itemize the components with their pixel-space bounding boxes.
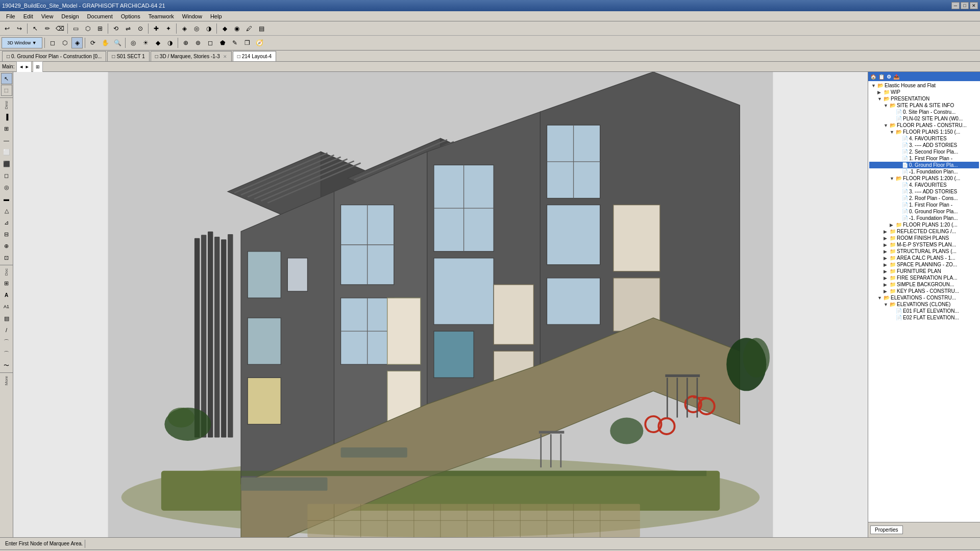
tree-toggle-28[interactable]: ▶ bbox=[884, 269, 890, 274]
tree-item-23[interactable]: ▶📁ROOM FINISH PLANS bbox=[869, 235, 979, 241]
toolbar-fill[interactable]: ◉ bbox=[231, 23, 242, 34]
menu-item-view[interactable]: View bbox=[37, 12, 58, 20]
toolbar-eraser[interactable]: ⌫ bbox=[54, 23, 65, 34]
menu-item-help[interactable]: Help bbox=[206, 12, 226, 20]
tree-item-22[interactable]: ▶📁REFLECTED CEILING /... bbox=[869, 228, 979, 235]
beam-tool[interactable]: — bbox=[1, 135, 12, 146]
text-tool[interactable]: A bbox=[1, 289, 12, 300]
toolbar-layer[interactable]: ◆ bbox=[219, 23, 230, 34]
slab-tool[interactable]: ▬ bbox=[1, 193, 12, 205]
zone-tool[interactable]: ⊡ bbox=[1, 252, 12, 263]
roof-tool[interactable]: △ bbox=[1, 205, 12, 216]
tree-item-29[interactable]: ▶📁FIRE SEPARATION PLA... bbox=[869, 274, 979, 281]
tree-item-24[interactable]: ▶📁M-E-P SYSTEMS PLAN... bbox=[869, 241, 979, 248]
sun-btn[interactable]: ☀ bbox=[140, 37, 151, 48]
toolbar-rectangle[interactable]: ▭ bbox=[70, 23, 81, 34]
tree-item-32[interactable]: ▼📂ELEVATIONS - CONSTRU... bbox=[869, 294, 979, 301]
markup-btn[interactable]: ✎ bbox=[229, 37, 240, 48]
select-tool[interactable]: ↖ bbox=[1, 73, 12, 84]
toolbar-rotate[interactable]: ⟲ bbox=[110, 23, 121, 34]
toolbar-surface[interactable]: ▤ bbox=[256, 23, 267, 34]
panel-icon-publish[interactable]: 📤 bbox=[893, 74, 899, 80]
tree-toggle-32[interactable]: ▼ bbox=[877, 295, 884, 300]
view-pan[interactable]: ✋ bbox=[100, 37, 111, 48]
tree-item-15[interactable]: 📄4. FAVOURITES bbox=[869, 182, 979, 188]
toolbar-arrow[interactable]: ↖ bbox=[30, 23, 41, 34]
wall-tool[interactable]: ▐ bbox=[1, 111, 12, 122]
tree-toggle-23[interactable]: ▶ bbox=[884, 236, 890, 241]
nav-btn[interactable]: 🧭 bbox=[254, 37, 265, 48]
section-cut-btn[interactable]: ◑ bbox=[164, 37, 176, 48]
line-tool[interactable]: / bbox=[1, 324, 12, 336]
tree-item-25[interactable]: ▶📁STRUCTURAL PLANS (... bbox=[869, 248, 979, 255]
tree-toggle-31[interactable]: ▶ bbox=[884, 289, 890, 294]
toolbar-section[interactable]: ◈ bbox=[179, 23, 190, 34]
toolbar-mirror[interactable]: ⇌ bbox=[122, 23, 134, 34]
toolbar-grid[interactable]: ⊞ bbox=[94, 23, 106, 34]
tree-toggle-26[interactable]: ▶ bbox=[884, 256, 890, 261]
toolbar-snap[interactable]: ✚ bbox=[151, 23, 162, 34]
tree-item-14[interactable]: ▼📂FLOOR PLANS 1:200 (... bbox=[869, 175, 979, 182]
navigator-tree[interactable]: ▼📂Elastic House and Flat▶📁WIP▼📂PRESENTAT… bbox=[868, 81, 980, 522]
view-zoom[interactable]: 🔍 bbox=[112, 37, 123, 48]
tree-item-2[interactable]: ▼📂PRESENTATION bbox=[869, 95, 979, 102]
toolbar-undo[interactable]: ↩ bbox=[2, 23, 13, 34]
layer-btn[interactable]: ◆ bbox=[152, 37, 163, 48]
view-orbit[interactable]: ⟳ bbox=[87, 37, 99, 48]
tree-item-35[interactable]: 📄E02 FLAT ELEVATION... bbox=[869, 314, 979, 321]
mesh-tool[interactable]: ⊕ bbox=[1, 240, 12, 252]
object-tool[interactable]: ◻ bbox=[1, 170, 12, 181]
menu-item-document[interactable]: Document bbox=[83, 12, 117, 20]
tree-toggle-27[interactable]: ▶ bbox=[884, 262, 890, 267]
menu-item-design[interactable]: Design bbox=[57, 12, 83, 20]
trace-btn[interactable]: ⬟ bbox=[217, 37, 228, 48]
ghost-btn[interactable]: ◻ bbox=[205, 37, 216, 48]
filter-btn[interactable]: ⊛ bbox=[192, 37, 204, 48]
menu-item-file[interactable]: File bbox=[2, 12, 19, 20]
tree-item-16[interactable]: 📄3. ---- ADD STORIES bbox=[869, 188, 979, 195]
door-tool[interactable]: ⬛ bbox=[1, 158, 12, 169]
tree-item-28[interactable]: ▶📁FURNITURE PLAN bbox=[869, 268, 979, 274]
tree-item-27[interactable]: ▶📁SPACE PLANNING - ZO... bbox=[869, 261, 979, 268]
tree-item-34[interactable]: 📄E01 FLAT ELEVATION... bbox=[869, 308, 979, 314]
tree-toggle-7[interactable]: ▼ bbox=[890, 130, 896, 135]
toolbar-pen[interactable]: 🖊 bbox=[243, 23, 255, 34]
tree-item-13[interactable]: 📄-1. Foundation Plan... bbox=[869, 168, 979, 175]
tree-item-11[interactable]: 📄1. First Floor Plan - bbox=[869, 155, 979, 162]
tree-item-17[interactable]: 📄2. Roof Plan - Cons... bbox=[869, 195, 979, 202]
tab-0[interactable]: □0. Ground Floor Plan - Construction [0.… bbox=[2, 51, 106, 61]
tree-toggle-6[interactable]: ▼ bbox=[884, 123, 890, 128]
toolbar-elevation[interactable]: ◎ bbox=[191, 23, 202, 34]
tree-toggle-33[interactable]: ▼ bbox=[884, 302, 890, 307]
spline-tool[interactable]: 〜 bbox=[1, 360, 12, 371]
viewport[interactable] bbox=[13, 72, 868, 537]
menu-item-teamwork[interactable]: Teamwork bbox=[144, 12, 178, 20]
tree-toggle-3[interactable]: ▼ bbox=[884, 103, 890, 108]
3d-window-btn[interactable]: 3D Window ▼ bbox=[2, 37, 42, 48]
tree-toggle-0[interactable]: ▼ bbox=[871, 83, 877, 88]
tab-1[interactable]: □S01 SECT 1 bbox=[107, 51, 149, 61]
menu-item-edit[interactable]: Edit bbox=[19, 12, 37, 20]
tree-toggle-21[interactable]: ▶ bbox=[890, 222, 896, 228]
tree-item-6[interactable]: ▼📂FLOOR PLANS - CONSTRU... bbox=[869, 122, 979, 129]
toolbar-pencil[interactable]: ✏ bbox=[42, 23, 53, 34]
tree-item-3[interactable]: ▼📂SITE PLAN & SITE INFO bbox=[869, 102, 979, 109]
polyline-tool[interactable]: ⌒ bbox=[1, 348, 12, 359]
label-tool[interactable]: A1 bbox=[1, 301, 12, 312]
column-tool[interactable]: ⊞ bbox=[1, 123, 12, 134]
tree-item-18[interactable]: 📄1. First Floor Plan - bbox=[869, 202, 979, 208]
tree-item-12[interactable]: 📄0. Ground Floor Pla... bbox=[869, 162, 979, 168]
tree-item-21[interactable]: ▶📁FLOOR PLANS 1:20 (... bbox=[869, 221, 979, 228]
tree-item-4[interactable]: 📄0. Site Plan - Constru... bbox=[869, 109, 979, 115]
tree-item-9[interactable]: 📄3. ---- ADD STORIES bbox=[869, 142, 979, 148]
tree-toggle-14[interactable]: ▼ bbox=[890, 176, 896, 181]
tree-item-20[interactable]: 📄-1. Foundation Plan... bbox=[869, 215, 979, 221]
tree-item-26[interactable]: ▶📁AREA CALC PLANS - 1... bbox=[869, 255, 979, 261]
stair-tool[interactable]: ⊿ bbox=[1, 217, 12, 228]
toolbar-detail[interactable]: ◑ bbox=[203, 23, 214, 34]
tree-toggle-29[interactable]: ▶ bbox=[884, 276, 890, 281]
tree-item-5[interactable]: 📄PLN-02 SITE PLAN (W0... bbox=[869, 115, 979, 122]
tree-item-31[interactable]: ▶📁KEY PLANS - CONSTRU... bbox=[869, 288, 979, 294]
tab-3[interactable]: □214 Layout-4 bbox=[233, 51, 276, 61]
toolbar-offset[interactable]: ⊙ bbox=[135, 23, 146, 34]
